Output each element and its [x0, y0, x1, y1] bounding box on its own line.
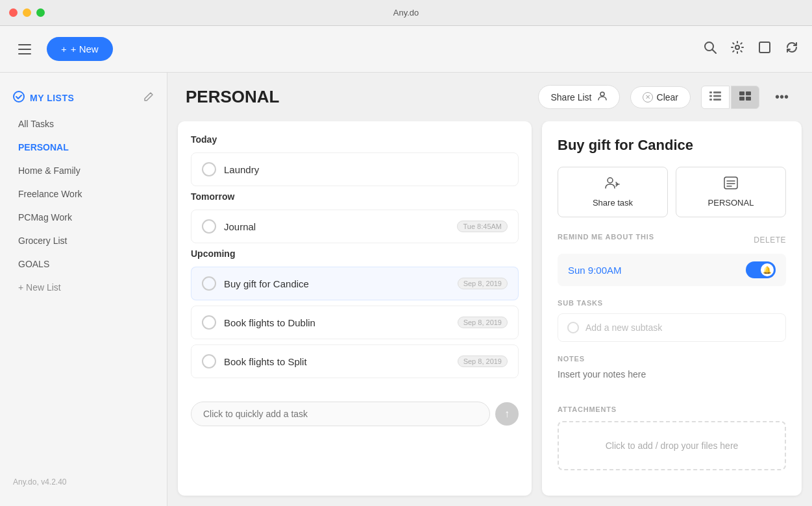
list-view-icon: [709, 91, 721, 102]
task-name-dublin: Book flights to Dublin: [224, 317, 450, 328]
subtasks-label: SUB TASKS: [558, 299, 786, 307]
more-options-button[interactable]: •••: [770, 84, 794, 110]
my-lists-text: MY LISTS: [30, 93, 74, 103]
sidebar-item-pcmag-work[interactable]: PCMag Work: [0, 206, 167, 229]
reminder-time: Sun 9:00AM: [568, 265, 622, 276]
window-controls: [9, 8, 45, 17]
sidebar-footer: Any.do, v4.2.40: [0, 471, 167, 493]
new-button-label: + New: [71, 43, 99, 54]
hamburger-line: [18, 53, 31, 54]
quick-add-input[interactable]: [191, 402, 490, 426]
personal-list-button[interactable]: PERSONAL: [676, 167, 786, 217]
delete-link[interactable]: DELETE: [754, 235, 786, 245]
close-button[interactable]: [9, 8, 18, 17]
svg-rect-10: [709, 99, 712, 101]
task-checkbox-journal[interactable]: [202, 219, 216, 234]
quick-add-send-button[interactable]: ↑: [495, 402, 519, 426]
svg-rect-11: [713, 99, 721, 101]
svg-rect-14: [739, 97, 744, 101]
attach-dropzone[interactable]: Click to add / drop your files here: [558, 421, 786, 470]
share-task-icon: [605, 176, 621, 193]
subtask-input-row[interactable]: Add a new subtask: [558, 313, 786, 342]
edit-lists-button[interactable]: [143, 91, 154, 104]
new-list-button[interactable]: + New List: [0, 276, 167, 299]
hamburger-line: [18, 44, 31, 45]
new-button[interactable]: + + New: [47, 37, 113, 61]
view-toggle: [701, 86, 759, 109]
more-options-icon: •••: [775, 90, 789, 104]
sidebar-item-personal[interactable]: PERSONAL: [0, 136, 167, 159]
sidebar-item-grocery-list[interactable]: Grocery List: [0, 229, 167, 252]
svg-line-1: [713, 50, 717, 54]
remind-label: REMIND ME ABOUT THIS: [558, 233, 654, 241]
notes-textarea[interactable]: [558, 369, 786, 390]
share-list-icon: [597, 91, 608, 103]
attach-drop-label: Click to add / drop your files here: [606, 440, 739, 451]
content-area: PERSONAL Share List ✕ Clear: [167, 73, 812, 506]
grid-view-icon: [739, 91, 751, 102]
minimize-button[interactable]: [23, 8, 31, 17]
bell-icon: 🔔: [761, 263, 774, 276]
task-item-journal[interactable]: Journal Tue 8:45AM: [191, 210, 519, 243]
task-badge-journal: Tue 8:45AM: [457, 221, 508, 232]
reminder-toggle[interactable]: 🔔: [746, 261, 776, 278]
toolbar: + + New: [0, 26, 812, 73]
detail-actions: Share task PERSONAL: [558, 167, 786, 217]
today-section: Today Laundry: [191, 134, 519, 186]
today-label: Today: [191, 134, 519, 145]
task-item-buy-gift[interactable]: Buy gift for Candice Sep 8, 2019: [191, 267, 519, 300]
svg-rect-6: [709, 91, 712, 93]
main-layout: MY LISTS All Tasks PERSONAL Home & Famil…: [0, 73, 812, 506]
notes-label: NOTES: [558, 355, 786, 363]
sidebar-item-all-tasks[interactable]: All Tasks: [0, 112, 167, 136]
svg-rect-15: [746, 97, 751, 101]
maximize-button[interactable]: [36, 8, 45, 17]
add-subtask-placeholder: Add a new subtask: [585, 322, 662, 333]
settings-button[interactable]: [730, 40, 744, 58]
search-button[interactable]: [703, 40, 717, 58]
svg-point-4: [14, 91, 24, 102]
reminder-row: Sun 9:00AM 🔔: [558, 254, 786, 286]
task-name-journal: Journal: [224, 221, 449, 232]
svg-rect-3: [759, 42, 770, 53]
list-view-button[interactable]: [701, 86, 730, 109]
sidebar-item-freelance-work[interactable]: Freelance Work: [0, 182, 167, 206]
clear-button[interactable]: ✕ Clear: [630, 86, 691, 108]
send-icon: ↑: [504, 408, 510, 420]
upcoming-label: Upcoming: [191, 248, 519, 259]
task-checkbox-dublin[interactable]: [202, 315, 216, 330]
two-col-layout: Today Laundry Tomorrow Journal Tue 8:45A…: [167, 121, 812, 506]
personal-list-label: PERSONAL: [708, 198, 754, 208]
refresh-button[interactable]: [785, 40, 799, 58]
svg-rect-7: [713, 91, 721, 93]
plus-icon: +: [61, 43, 67, 54]
app-title: Any.do: [393, 8, 419, 18]
share-task-button[interactable]: Share task: [558, 167, 668, 217]
task-item-split[interactable]: Book flights to Split Sep 8, 2019: [191, 344, 519, 378]
share-list-button[interactable]: Share List: [538, 85, 619, 109]
square-icon: [757, 40, 772, 58]
task-badge-split: Sep 8, 2019: [458, 355, 508, 367]
task-checkbox-split[interactable]: [202, 354, 216, 368]
hamburger-button[interactable]: [13, 39, 36, 60]
page-header: PERSONAL Share List ✕ Clear: [167, 73, 812, 121]
sidebar-item-home-family[interactable]: Home & Family: [0, 159, 167, 182]
svg-point-16: [608, 178, 613, 183]
task-checkbox-laundry[interactable]: [202, 162, 216, 176]
tomorrow-label: Tomorrow: [191, 191, 519, 202]
window-button[interactable]: [757, 40, 772, 58]
toolbar-right: [703, 40, 799, 58]
task-item-dublin[interactable]: Book flights to Dublin Sep 8, 2019: [191, 306, 519, 339]
task-name-buy-gift: Buy gift for Candice: [224, 278, 450, 289]
titlebar: Any.do: [0, 0, 812, 26]
task-checkbox-buy-gift[interactable]: [202, 276, 216, 291]
upcoming-section: Upcoming Buy gift for Candice Sep 8, 201…: [191, 248, 519, 378]
subtask-circle: [567, 322, 579, 333]
grid-view-button[interactable]: [731, 86, 759, 109]
personal-list-icon: [724, 176, 738, 193]
sidebar-item-goals[interactable]: GOALS: [0, 252, 167, 276]
clear-label: Clear: [657, 92, 678, 102]
task-name-split: Book flights to Split: [224, 356, 450, 367]
task-item-laundry[interactable]: Laundry: [191, 152, 519, 186]
detail-title: Buy gift for Candice: [558, 137, 786, 154]
